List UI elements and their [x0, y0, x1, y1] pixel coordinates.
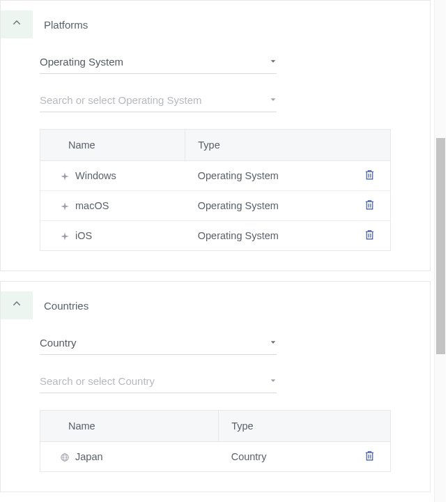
panel-platforms: Platforms Operating System Search or sel… — [0, 0, 431, 271]
type-select[interactable]: Country — [40, 329, 277, 355]
row-name: Windows — [75, 170, 116, 181]
trash-icon — [364, 229, 376, 243]
row-name: iOS — [75, 230, 92, 241]
caret-down-icon — [270, 93, 277, 106]
search-select[interactable]: Search or select Operating System — [40, 86, 277, 112]
sparkle-icon — [60, 231, 70, 241]
panel-header: Platforms — [1, 1, 430, 48]
type-select[interactable]: Operating System — [40, 48, 277, 74]
delete-button[interactable] — [364, 450, 376, 464]
trash-icon — [364, 450, 376, 464]
row-type: Operating System — [185, 191, 360, 221]
chevron-up-icon — [12, 299, 22, 312]
scrollbar[interactable] — [434, 0, 446, 502]
scrollbar-thumb[interactable] — [436, 138, 445, 354]
collapse-toggle[interactable] — [1, 291, 33, 319]
column-header-name: Name — [40, 411, 219, 442]
row-type: Country — [219, 442, 360, 472]
table-row: Windows Operating System — [40, 161, 391, 191]
delete-button[interactable] — [364, 229, 376, 243]
column-header-type: Type — [219, 411, 391, 442]
row-name: Japan — [75, 451, 103, 462]
type-select-label: Country — [40, 337, 77, 349]
panel-title: Countries — [44, 300, 88, 312]
sparkle-icon — [60, 201, 70, 211]
collapse-toggle[interactable] — [1, 10, 33, 38]
sparkle-icon — [60, 172, 70, 181]
row-type: Operating System — [185, 221, 360, 251]
globe-icon — [60, 452, 70, 462]
caret-down-icon — [270, 374, 277, 387]
table-row: macOS Operating System — [40, 191, 391, 221]
search-select-placeholder: Search or select Country — [40, 375, 155, 387]
column-header-name: Name — [40, 130, 185, 161]
panel-title: Platforms — [44, 19, 88, 31]
table-row: iOS Operating System — [40, 221, 391, 251]
table-row: Japan Country — [40, 442, 391, 472]
chevron-up-icon — [12, 18, 22, 31]
row-name: macOS — [75, 200, 109, 211]
caret-down-icon — [270, 55, 277, 68]
row-type: Operating System — [185, 161, 360, 191]
delete-button[interactable] — [364, 199, 376, 213]
delete-button[interactable] — [364, 169, 376, 183]
caret-down-icon — [270, 336, 277, 349]
trash-icon — [364, 199, 376, 213]
platforms-table: Name Type Windows Operating System — [40, 129, 391, 251]
type-select-label: Operating System — [40, 56, 123, 68]
countries-table: Name Type Japan Country — [40, 410, 391, 472]
trash-icon — [364, 169, 376, 183]
column-header-type: Type — [185, 130, 391, 161]
search-select[interactable]: Search or select Country — [40, 367, 277, 393]
search-select-placeholder: Search or select Operating System — [40, 94, 202, 106]
panel-countries: Countries Country Search or select Count… — [0, 281, 431, 492]
panel-header: Countries — [1, 282, 430, 329]
